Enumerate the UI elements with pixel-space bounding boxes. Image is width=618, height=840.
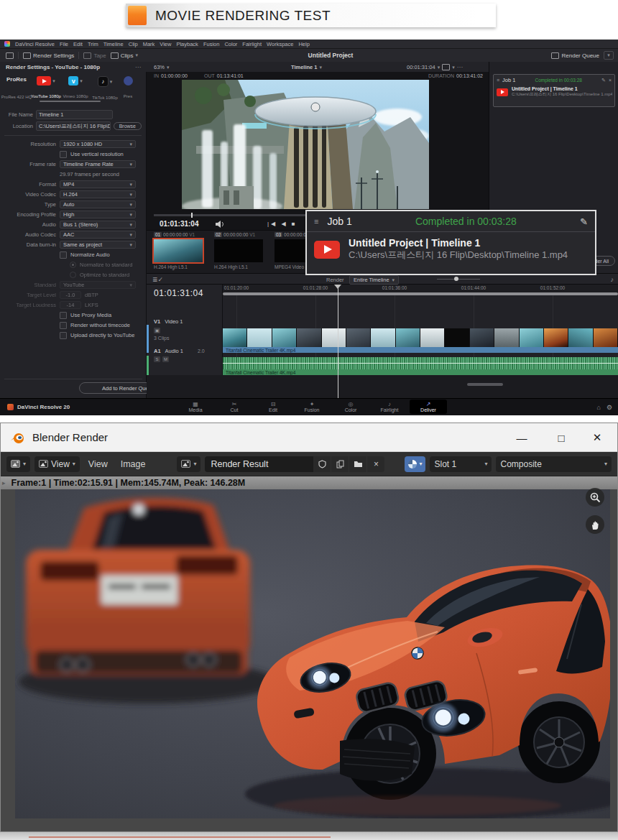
clip-thumbnail-2[interactable] — [214, 239, 263, 262]
menu-view[interactable]: View — [84, 459, 112, 469]
zoom-gizmo[interactable] — [586, 488, 604, 507]
tab-color[interactable]: ◎ Color — [332, 400, 369, 414]
speaker-icon[interactable] — [216, 221, 224, 228]
new-image-copy-icon[interactable] — [331, 456, 349, 472]
timeline-options-icon[interactable]: ≣✓ — [152, 276, 163, 283]
stop-icon[interactable]: ■ — [292, 221, 298, 227]
drag-handle-icon[interactable]: ≡ — [497, 78, 499, 83]
slot-dropdown[interactable]: Slot 1 ▾ — [430, 456, 492, 472]
clip-thumbnail-1[interactable] — [154, 239, 203, 262]
menu-mark[interactable]: Mark — [143, 41, 155, 47]
edit-job-icon[interactable]: ✎ — [580, 216, 588, 227]
solo-button[interactable]: S — [154, 356, 160, 362]
horizontal-scrollbar[interactable] — [467, 383, 503, 386]
menu-image[interactable]: Image — [116, 459, 150, 469]
audio-track-id[interactable]: A1 — [154, 348, 161, 354]
monitor-icon[interactable] — [6, 52, 14, 59]
target-level-input[interactable]: -1.0 — [60, 291, 81, 299]
tab-fusion[interactable]: ✦ Fusion — [293, 400, 331, 414]
render-queue-button[interactable]: Render Queue — [562, 52, 599, 59]
menu-fairlight[interactable]: Fairlight — [242, 41, 262, 47]
type-select[interactable]: Auto▾ — [60, 200, 136, 208]
clips-dropdown[interactable]: Clips ▾ — [111, 52, 138, 59]
track-lock-icon[interactable]: ▣ — [154, 328, 160, 333]
data-burnin-select[interactable]: Same as project▾ — [60, 241, 136, 249]
close-button[interactable]: ✕ — [581, 423, 614, 452]
scrub-playhead[interactable] — [191, 213, 193, 218]
editor-type-button[interactable]: ▾ — [6, 456, 30, 472]
audio-codec-select[interactable]: AAC▾ — [60, 231, 136, 239]
tape-button[interactable]: Tape — [83, 52, 106, 59]
viewer-options-icon[interactable]: ⋯ — [457, 64, 464, 70]
upload-youtube-checkbox[interactable] — [60, 332, 67, 339]
render-range-dropdown[interactable]: Entire Timeline ▾ — [349, 275, 399, 285]
home-icon[interactable]: ⌂ — [596, 404, 600, 411]
vertical-resolution-checkbox[interactable] — [60, 151, 67, 158]
video-clip-bar[interactable]: Titanfall Cinematic Trailer 4K.mp4 — [223, 347, 618, 353]
menu-edit[interactable]: Edit — [73, 41, 83, 47]
timeline-timecode[interactable]: 01:01:31:04 — [154, 288, 222, 298]
browse-image-button[interactable]: ▾ — [177, 456, 200, 472]
video-codec-select[interactable]: H.264▾ — [60, 190, 136, 198]
menu-workspace[interactable]: Workspace — [267, 41, 293, 47]
tab-edit[interactable]: ⊟ Edit — [254, 400, 292, 414]
viewer-zoom-dropdown[interactable]: 63% ▾ — [154, 64, 170, 70]
menu-timeline[interactable]: Timeline — [103, 41, 124, 47]
format-select[interactable]: MP4▾ — [60, 180, 136, 188]
tab-media[interactable]: ▦ Media — [177, 400, 214, 414]
file-name-input[interactable]: Timeline 1 — [36, 110, 113, 119]
mute-button[interactable]: M — [162, 356, 169, 362]
tab-deliver[interactable]: ↗ Deliver — [410, 400, 447, 414]
minimize-button[interactable]: — — [505, 423, 538, 452]
render-pass-dropdown[interactable]: Composite ▾ — [496, 456, 612, 472]
tab-fairlight[interactable]: ♪ Fairlight — [371, 400, 408, 414]
render-settings-options-icon[interactable]: ⋯ — [135, 64, 142, 70]
use-proxy-media-checkbox[interactable] — [60, 312, 67, 319]
panel-toggle-dropdown[interactable]: ▾ — [604, 51, 614, 60]
preset-prores[interactable]: ProRes ProRes 422 HQ — [3, 76, 30, 99]
davinci-logo-icon[interactable] — [4, 41, 10, 47]
render-job-card[interactable]: ≡ Job 1 Completed in 00:03:28 ✎ × Untitl… — [493, 74, 615, 107]
playhead-marker[interactable] — [334, 285, 341, 289]
display-mode-dropdown[interactable]: View ▾ — [34, 456, 80, 472]
zoom-slider-handle[interactable] — [454, 277, 458, 281]
target-loudness-input[interactable]: -14 — [60, 301, 81, 309]
menu-trim[interactable]: Trim — [88, 41, 98, 47]
preset-tiktok[interactable]: ♪▾ TikTok 1080p — [91, 76, 119, 100]
unlink-image-icon[interactable]: × — [367, 456, 384, 472]
audio-select[interactable]: Bus 1 (Stereo)▾ — [60, 221, 136, 229]
browse-button[interactable]: Browse — [114, 122, 142, 130]
video-preview[interactable] — [182, 80, 429, 209]
display-channels-button[interactable]: ▾ — [405, 456, 425, 472]
preset-youtube[interactable]: ▾ YouTube 1080p — [32, 76, 60, 98]
edit-job-icon[interactable]: ✎ — [601, 78, 606, 83]
menu-playback[interactable]: Playback — [176, 41, 198, 47]
standard-select[interactable]: YouTube▾ — [60, 281, 136, 289]
video-track-id[interactable]: V1 — [154, 318, 160, 325]
render-settings-button[interactable]: Render Settings — [23, 52, 74, 59]
menu-view[interactable]: View — [160, 41, 171, 47]
location-input[interactable]: C:\Users\프레스티지 16 Flip\Desktop — [36, 121, 111, 131]
audio-waveform-toggle-icon[interactable]: ♪ — [611, 276, 614, 283]
preset-scrollbar[interactable] — [40, 101, 101, 102]
timeline-playhead[interactable] — [338, 285, 338, 398]
resolution-select[interactable]: 1920 x 1080 HD▾ — [60, 140, 136, 148]
audio-waveform[interactable] — [223, 357, 618, 369]
play-reverse-icon[interactable]: ◀ — [281, 221, 287, 227]
settings-gear-icon[interactable]: ⚙ — [607, 404, 612, 411]
panel-collapse-icon[interactable]: ▸ — [2, 479, 6, 486]
zoom-slider[interactable] — [437, 279, 480, 280]
menu-file[interactable]: File — [60, 41, 68, 47]
render-without-timecode-checkbox[interactable] — [60, 322, 67, 329]
image-name-field[interactable]: Render Result — [205, 456, 313, 472]
optimize-standard-radio[interactable] — [70, 272, 76, 278]
video-track-name[interactable]: Video 1 — [165, 318, 183, 325]
transport-controls[interactable]: |◀ ◀ ■ — [267, 221, 298, 227]
render-result-image[interactable]: ◂ — [15, 489, 610, 818]
timeline-selector-dropdown[interactable]: Timeline 1 ▾ — [291, 64, 322, 70]
menu-davinci[interactable]: DaVinci Resolve — [15, 41, 55, 47]
normalize-standard-radio[interactable] — [70, 262, 76, 268]
remove-job-icon[interactable]: × — [609, 78, 612, 83]
preset-vimeo[interactable]: v▾ Vimeo 1080p — [62, 76, 89, 98]
normalize-audio-checkbox[interactable] — [60, 251, 67, 259]
